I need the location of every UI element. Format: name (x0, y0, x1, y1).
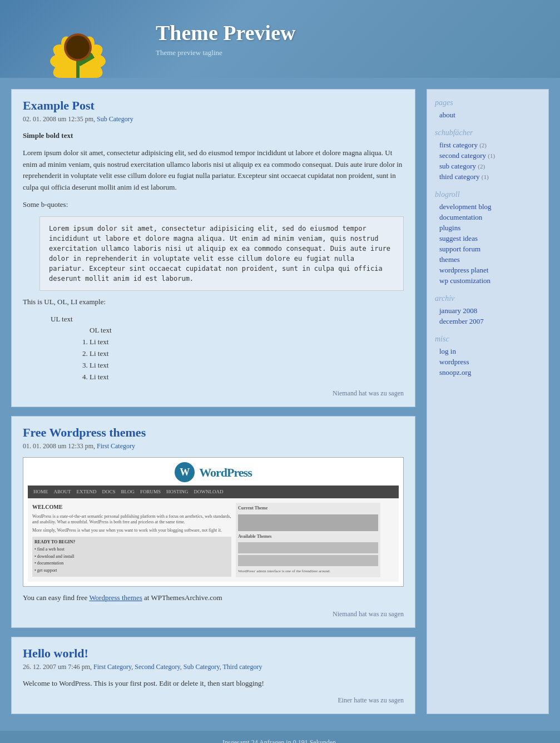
post-wordpress-themes: Free Wordpress themes 01. 01. 2008 um 12… (11, 416, 415, 628)
list-item: january 2008 (439, 306, 541, 315)
wordpress-themes-link[interactable]: Wordpress themes (89, 593, 142, 602)
site-title-area: Theme Preview Theme preview tagline (145, 21, 296, 57)
wp-ready-title: READY TO BEGIN? (34, 539, 75, 544)
blogroll-themes[interactable]: themes (439, 255, 460, 264)
post-meta: 02. 01. 2008 um 12:35 pm, Sub Category (23, 115, 404, 123)
comments-link[interactable]: Niemand hat was zu sagen (333, 389, 404, 397)
post-content: W WordPress HOME ABOUT EXTEND DOCS BLOG … (23, 457, 404, 603)
list-item: log in (439, 347, 541, 356)
comments-link[interactable]: Niemand hat was zu sagen (333, 610, 404, 618)
category-first[interactable]: First Category (93, 663, 131, 671)
list-item: suggest ideas (439, 234, 541, 243)
cat-third[interactable]: third category (439, 172, 480, 181)
list-item: first category (2) (439, 141, 541, 150)
sidebar: pages about schubfächer first category (… (427, 89, 549, 714)
wp-ready-item: • documentation (34, 560, 229, 567)
cat-sub[interactable]: sub category (439, 162, 476, 170)
list-item: snoopz.org (439, 368, 541, 377)
blockquote: Lorem ipsum dolor sit amet, consectetur … (39, 216, 404, 291)
wp-themes-text: You can easy find free Wordpress themes … (23, 592, 404, 604)
sidebar-pages: pages about (435, 98, 541, 120)
list-item: sub category (2) (439, 162, 541, 171)
post-footer: Niemand hat was zu sagen (23, 610, 404, 618)
archiv-dec[interactable]: december 2007 (439, 317, 484, 325)
list-item: third category (1) (439, 172, 541, 181)
wp-ready-item: • get support (34, 567, 229, 574)
wp-nav-bar: HOME ABOUT EXTEND DOCS BLOG FORUMS HOSTI… (28, 486, 399, 498)
ul-example: UL text OL text Li text Li text Li text … (51, 314, 404, 383)
sidebar-blogroll: blogroll development blog documentation … (435, 190, 541, 285)
cat-first[interactable]: first category (439, 141, 478, 149)
site-header: Theme Preview Theme preview tagline (0, 0, 560, 78)
post-content: Simple bold text Lorem ipsum dolor sit a… (23, 130, 404, 383)
blogroll-heading: blogroll (435, 190, 541, 199)
wp-wordmark: WordPress (199, 463, 251, 482)
list-item: december 2007 (439, 317, 541, 326)
sidebar-misc: misc log in wordpress snoopz.org (435, 335, 541, 377)
list-item: wp customization (439, 276, 541, 285)
blogroll-planet[interactable]: wordpress planet (439, 266, 488, 274)
ol-text: OL text (90, 325, 404, 336)
site-tagline: Theme preview tagline (156, 48, 296, 57)
ol-example: OL text Li text Li text Li text Li text (90, 325, 404, 383)
wp-body-text: WordPress is a state-of-the-art semantic… (32, 514, 231, 526)
post-content: Welcome to WordPress. This is your first… (23, 678, 404, 690)
cat-second[interactable]: second category (439, 151, 486, 160)
post-meta: 26. 12. 2007 um 7:46 pm, First Category,… (23, 663, 404, 671)
wp-logo-area: W WordPress (175, 462, 251, 482)
list-item: Li text (90, 348, 404, 360)
misc-wordpress[interactable]: wordpress (439, 358, 469, 366)
archiv-list: january 2008 december 2007 (435, 306, 541, 326)
list-item: support forum (439, 245, 541, 254)
category-sub[interactable]: Sub Category (184, 663, 220, 671)
list-item: Li text (90, 336, 404, 348)
list-item: wordpress planet (439, 266, 541, 275)
site-title: Theme Preview (156, 21, 296, 45)
blogroll-dev[interactable]: development blog (439, 202, 492, 211)
wordpress-screenshot: W WordPress HOME ABOUT EXTEND DOCS BLOG … (23, 457, 404, 586)
post-example: Example Post 02. 01. 2008 um 12:35 pm, S… (11, 89, 415, 407)
blogroll-docs[interactable]: documentation (439, 213, 482, 221)
wp-ready-item: • find a web host (34, 546, 229, 553)
post-paragraph: Welcome to WordPress. This is your first… (23, 678, 404, 690)
post-hello-world: Hello world! 26. 12. 2007 um 7:46 pm, Fi… (11, 637, 415, 714)
wp-screenshot-body: WELCOME WordPress is a state-of-the-art … (28, 498, 399, 582)
archiv-jan[interactable]: january 2008 (439, 306, 477, 315)
list-item: themes (439, 255, 541, 264)
category-third[interactable]: Third category (222, 663, 262, 671)
category-second[interactable]: Second Category (135, 663, 180, 671)
post-title[interactable]: Free Wordpress themes (23, 425, 404, 440)
post-title[interactable]: Example Post (23, 98, 404, 113)
pages-about-link[interactable]: about (439, 111, 455, 119)
pages-list: about (435, 111, 541, 120)
list-item: development blog (439, 202, 541, 211)
wp-left-col: WELCOME WordPress is a state-of-the-art … (32, 503, 231, 577)
list-item: Li text (90, 360, 404, 371)
misc-login[interactable]: log in (439, 347, 456, 355)
misc-snoopz[interactable]: snoopz.org (439, 368, 471, 377)
post-meta: 01. 01. 2008 um 12:33 pm, First Category (23, 442, 404, 450)
list-item: second category (1) (439, 151, 541, 160)
main-content: Example Post 02. 01. 2008 um 12:35 pm, S… (11, 89, 415, 714)
wp-right-col: Current Theme Available Themes WordPress… (236, 503, 380, 577)
list-item: plugins (439, 224, 541, 232)
schubfacher-heading: schubfächer (435, 128, 541, 137)
blogroll-suggest[interactable]: suggest ideas (439, 234, 478, 242)
wp-logo-icon: W (175, 462, 195, 482)
schubfacher-list: first category (2) second category (1) s… (435, 141, 541, 181)
list-item: about (439, 111, 541, 120)
site-footer: Insgesamt 24 Anfragen in 0.191 Sekunden.… (0, 731, 560, 743)
misc-list: log in wordpress snoopz.org (435, 347, 541, 377)
bquote-intro: Some b-quotes: (23, 199, 404, 211)
post-title[interactable]: Hello world! (23, 646, 404, 661)
wp-ready: READY TO BEGIN? • find a web host • down… (32, 537, 231, 577)
wp-welcome: WELCOME (32, 503, 231, 512)
blogroll-wpcust[interactable]: wp customization (439, 276, 490, 285)
comments-link[interactable]: Einer hatte was zu sagen (338, 696, 404, 704)
list-item: wordpress (439, 358, 541, 366)
footer-line1: Insgesamt 24 Anfragen in 0.191 Sekunden. (8, 739, 552, 743)
blogroll-plugins[interactable]: plugins (439, 224, 460, 232)
bold-line: Simple bold text (23, 130, 404, 142)
list-item: Li text (90, 371, 404, 383)
blogroll-support[interactable]: support forum (439, 245, 480, 253)
